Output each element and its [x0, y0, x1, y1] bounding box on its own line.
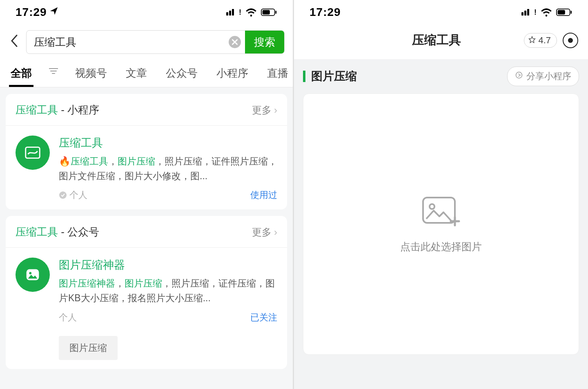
svg-rect-1 — [263, 10, 270, 15]
result-card-official: 压缩工具 - 公众号 更多› 图片压缩神器 图片压缩神器，图片压缩，照片压缩，证… — [6, 216, 287, 369]
rating-pill[interactable]: 4.7 — [524, 33, 557, 48]
dot-icon — [568, 38, 573, 43]
share-icon — [515, 71, 523, 82]
search-result-item[interactable]: 图片压缩神器 图片压缩神器，图片压缩，照片压缩，证件压缩，图片KB大小压缩，报名… — [6, 248, 287, 331]
miniprogram-header: 压缩工具 4.7 — [294, 24, 588, 59]
svg-rect-2 — [275, 11, 276, 13]
back-button[interactable] — [8, 34, 20, 50]
search-header: 搜索 — [0, 24, 293, 60]
tab-official[interactable]: 公众号 — [164, 62, 199, 87]
result-meta: 个人 已关注 — [59, 311, 277, 324]
card-title: 压缩工具 - 小程序 — [16, 103, 99, 117]
result-meta: 个人 使用过 — [59, 189, 277, 201]
more-link[interactable]: 更多› — [252, 226, 277, 239]
section-header-row: 图片压缩 分享小程序 — [303, 67, 579, 86]
miniprogram-body: 图片压缩 分享小程序 点击此处选择图片 — [294, 59, 588, 362]
search-box: 搜索 — [26, 30, 285, 54]
app-icon — [16, 136, 50, 170]
phone-left-search: 17:29 ! 搜索 全部 — [0, 0, 294, 389]
image-placeholder-icon — [421, 195, 461, 229]
phone-right-miniprogram: 17:29 ! 压缩工具 4.7 — [294, 0, 588, 389]
result-body: 压缩工具 🔥压缩工具，图片压缩，照片压缩，证件照片压缩，图片文件压缩，图片大小修… — [59, 136, 277, 201]
svg-rect-9 — [570, 11, 572, 13]
result-description: 图片压缩神器，图片压缩，照片压缩，证件压缩，图片KB大小压缩，报名照片大小压缩.… — [59, 276, 277, 305]
location-icon — [49, 7, 58, 18]
search-button[interactable]: 搜索 — [245, 31, 284, 53]
app-icon — [16, 258, 50, 292]
star-icon — [528, 35, 536, 46]
status-right-icons: ! — [521, 8, 572, 17]
battery-icon — [556, 8, 572, 16]
wifi-icon — [245, 8, 257, 17]
signal-excl-icon: ! — [239, 8, 241, 17]
tabs-row: 全部 视频号 文章 公众号 小程序 直播 — [0, 60, 293, 87]
search-input[interactable] — [27, 36, 229, 49]
card-suffix: - 小程序 — [58, 104, 99, 116]
chevron-right-icon: › — [274, 227, 277, 238]
result-body: 图片压缩神器 图片压缩神器，图片压缩，照片压缩，证件压缩，图片KB大小压缩，报名… — [59, 258, 277, 323]
status-time: 17:29 — [310, 6, 341, 19]
rating-value: 4.7 — [538, 35, 551, 46]
tab-live[interactable]: 直播 — [265, 62, 290, 87]
tab-channels[interactable]: 视频号 — [74, 62, 109, 87]
result-description: 🔥压缩工具，图片压缩，照片压缩，证件照片压缩，图片文件压缩，图片大小修改，图..… — [59, 154, 277, 183]
svg-rect-8 — [558, 10, 565, 15]
svg-point-12 — [430, 204, 434, 209]
status-right-icons: ! — [226, 8, 277, 17]
miniprogram-title: 压缩工具 — [349, 32, 524, 49]
card-keyword: 压缩工具 — [16, 226, 58, 238]
status-time: 17:29 — [16, 6, 58, 19]
card-title: 压缩工具 - 公众号 — [16, 225, 99, 239]
card-header[interactable]: 压缩工具 - 小程序 更多› — [6, 94, 287, 126]
related-chip[interactable]: 图片压缩 — [59, 336, 118, 360]
card-suffix: - 公众号 — [58, 226, 99, 238]
svg-point-10 — [516, 72, 522, 78]
section-title: 图片压缩 — [303, 71, 357, 82]
result-card-miniprogram: 压缩工具 - 小程序 更多› 压缩工具 🔥压缩工具，图片压缩，照片压缩，证件照片… — [6, 94, 287, 209]
verified-icon — [59, 191, 67, 199]
tab-miniprogram[interactable]: 小程序 — [215, 62, 250, 87]
upload-hint: 点击此处选择图片 — [400, 240, 482, 253]
signal-icon — [521, 9, 529, 16]
signal-icon — [226, 9, 234, 16]
result-title: 图片压缩神器 — [59, 258, 277, 272]
card-keyword: 压缩工具 — [16, 104, 58, 116]
wifi-icon — [541, 8, 552, 17]
used-badge: 使用过 — [250, 189, 277, 201]
header-actions: 4.7 — [524, 33, 578, 48]
result-source: 个人 — [59, 189, 87, 201]
tab-all[interactable]: 全部 — [9, 62, 33, 87]
result-source: 个人 — [59, 311, 77, 324]
followed-badge: 已关注 — [250, 311, 277, 324]
upload-area[interactable]: 点击此处选择图片 — [303, 93, 579, 355]
card-header[interactable]: 压缩工具 - 公众号 更多› — [6, 216, 287, 248]
tab-articles[interactable]: 文章 — [124, 62, 149, 87]
battery-icon — [261, 8, 277, 16]
status-bar-left: 17:29 ! — [0, 0, 293, 24]
svg-point-4 — [59, 191, 67, 199]
result-title: 压缩工具 — [59, 136, 277, 150]
capsule-close-button[interactable] — [563, 33, 578, 48]
clear-input-button[interactable] — [229, 36, 241, 48]
status-bar-right: 17:29 ! — [294, 0, 588, 24]
share-button[interactable]: 分享小程序 — [507, 67, 579, 86]
filter-icon[interactable] — [49, 67, 58, 83]
chevron-right-icon: › — [274, 104, 277, 116]
share-label: 分享小程序 — [526, 70, 571, 82]
svg-point-6 — [29, 272, 31, 275]
search-result-item[interactable]: 压缩工具 🔥压缩工具，图片压缩，照片压缩，证件照片压缩，图片文件压缩，图片大小修… — [6, 126, 287, 209]
more-link[interactable]: 更多› — [252, 104, 277, 117]
signal-excl-icon: ! — [534, 8, 537, 17]
